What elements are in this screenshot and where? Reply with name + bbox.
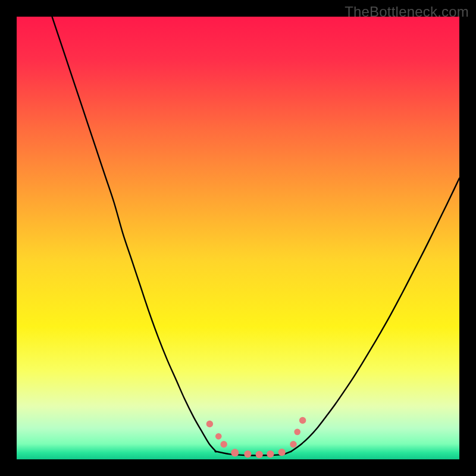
data-marker <box>267 450 274 458</box>
data-marker <box>244 450 251 458</box>
plot-svg <box>17 17 459 459</box>
data-marker <box>215 433 222 440</box>
data-marker <box>256 451 263 458</box>
data-marker <box>278 449 286 456</box>
data-marker <box>231 449 239 456</box>
data-marker <box>290 441 296 447</box>
data-marker <box>299 417 306 424</box>
chart-frame: TheBottleneck.com <box>0 0 476 476</box>
gradient-background <box>17 17 459 459</box>
data-marker <box>206 421 213 427</box>
data-marker <box>220 441 227 447</box>
data-marker <box>294 429 300 436</box>
plot-area <box>17 17 459 459</box>
watermark-text: TheBottleneck.com <box>345 4 469 20</box>
